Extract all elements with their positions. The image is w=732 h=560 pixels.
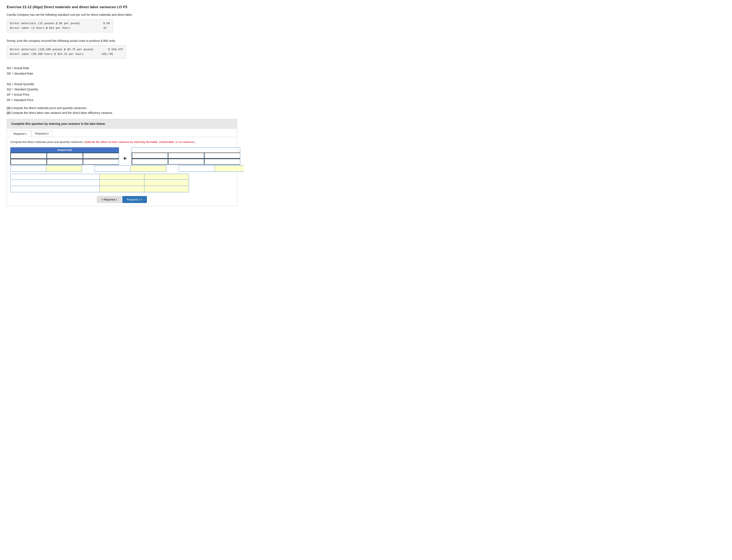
standard-total-group [179,165,244,172]
intro-text: Camila Company has set the following sta… [7,13,237,16]
middle-input-r2c3[interactable] [204,159,240,165]
var1-type[interactable] [144,174,189,180]
variance-row-1 [10,174,233,180]
totals-arrow-spacer-left [85,165,91,172]
actual-inputs-row-1 [11,153,119,159]
var2-label[interactable] [10,180,100,186]
standard-total-left[interactable] [179,166,215,171]
variance-row-3 [10,186,233,192]
actual-input-r2c1[interactable] [11,159,47,165]
nav-btn-required-1[interactable]: < Required 1 [97,196,121,203]
var1-amount[interactable] [100,174,144,180]
actual-input-r2c2[interactable] [47,159,83,165]
actual-inputs-row-2 [11,159,119,165]
instruction-2: (2) Compute the direct labor rate varian… [7,111,237,116]
var1-label[interactable] [10,174,100,180]
standard-costs-table: Direct materials (15 pounds @ $4 per pou… [7,19,113,32]
var2-spacer [189,180,233,186]
standard-total-right[interactable] [215,166,244,171]
variance-grid: Actual Cost ▶ [10,147,233,192]
middle-input-r1c1[interactable] [132,153,168,158]
var2-amount[interactable] [100,180,144,186]
standard-cost-value-2: 42 [90,26,107,30]
actual-cost-label-2: Direct labor (30,300 hours @ $14.15 per … [10,52,84,57]
tab-required-1[interactable]: Required 1 [9,130,31,137]
arrow-left: ▶ [122,147,128,165]
abbr-ar: AR = Actual Rate [7,66,237,71]
standard-cost-label-1: Direct materials (15 pounds @ $4 per pou… [10,21,80,26]
actual-total-left[interactable] [11,166,46,171]
tabs-container: Required 1 Required 2 Compute the direct… [7,129,237,206]
actual-input-r1c2[interactable] [47,153,83,159]
totals-row [10,165,233,172]
middle-total-group [95,165,166,172]
instruction-normal: Compute the direct materials price and q… [10,140,84,144]
grid-top-row: Actual Cost ▶ [10,147,233,165]
standard-cost-label-2: Direct labor (3 hours @ $14 per hour) [10,26,77,30]
actual-input-r2c3[interactable] [83,159,119,165]
middle-header-spacer [132,148,240,153]
var2-type[interactable] [144,180,189,186]
instruction-red: (Indicate the effect of each variance by… [84,140,195,144]
middle-section [132,147,240,165]
actual-cost-row-1: Direct materials (136,100 pounds @ $3.75… [10,47,123,52]
during-text: During June the company incurred the fol… [7,39,237,42]
var1-spacer [189,174,233,180]
instructions-block: (1) Compute the direct materials price a… [7,106,237,116]
totals-arrow-spacer-right [170,165,175,172]
complete-box: Complete this question by entering your … [7,119,237,129]
actual-costs-table: Direct materials (136,100 pounds @ $3.75… [7,45,126,58]
abbr-sp: SP = Standard Price [7,98,237,103]
abbr-aq: AQ = Actual Quantity [7,82,237,87]
actual-cost-header: Actual Cost [11,148,119,153]
var3-type[interactable] [144,186,189,192]
var3-spacer [189,186,233,192]
abbreviations-block: AR = Actual Rate SR = Standard Rate AQ =… [7,66,237,103]
middle-input-r1c2[interactable] [168,153,204,158]
actual-total-group [10,165,82,172]
variance-row-2 [10,180,233,186]
tab-1-content: Compute the direct materials price and q… [7,137,237,206]
actual-input-r1c1[interactable] [11,153,47,159]
actual-cost-row-2: Direct labor (30,300 hours @ $14.15 per … [10,52,123,57]
abbr-sr: SR = Standard Rate [7,71,237,76]
separator-row [10,172,233,174]
middle-input-r2c2[interactable] [168,159,204,165]
abbr-ap: AP = Actual Price [7,92,237,97]
var3-amount[interactable] [100,186,144,192]
tab-instruction: Compute the direct materials price and q… [10,140,233,144]
middle-inputs-row-1 [132,153,240,158]
var3-label[interactable] [10,186,100,192]
standard-cost-value-1: $ 60 [93,21,110,26]
middle-input-r1c3[interactable] [204,153,240,158]
instruction-1: (1) Compute the direct materials price a… [7,106,237,111]
tabs-row: Required 1 Required 2 [7,129,237,137]
actual-cost-section: Actual Cost [10,147,119,165]
actual-cost-value-2: 428,745 [96,52,113,57]
actual-total-right[interactable] [46,166,82,171]
exercise-title: Exercise 21-12 (Algo) Direct materials a… [7,5,237,9]
actual-cost-value-1: $ 510,375 [106,47,123,52]
nav-btn-required-2[interactable]: Required 2 > [122,196,147,203]
middle-input-r2c1[interactable] [132,159,168,165]
middle-total-left[interactable] [95,166,131,171]
standard-cost-row-1: Direct materials (15 pounds @ $4 per pou… [10,21,110,26]
middle-inputs-row-2 [132,158,240,165]
standard-cost-row-2: Direct labor (3 hours @ $14 per hour) 42 [10,26,110,30]
actual-input-r1c3[interactable] [83,153,119,159]
actual-cost-label-1: Direct materials (136,100 pounds @ $3.75… [10,47,94,52]
abbr-sq: SQ = Standard Quantity [7,87,237,92]
nav-buttons: < Required 1 Required 2 > [10,196,233,203]
tab-required-2[interactable]: Required 2 [31,130,53,137]
middle-total-right[interactable] [131,166,166,171]
